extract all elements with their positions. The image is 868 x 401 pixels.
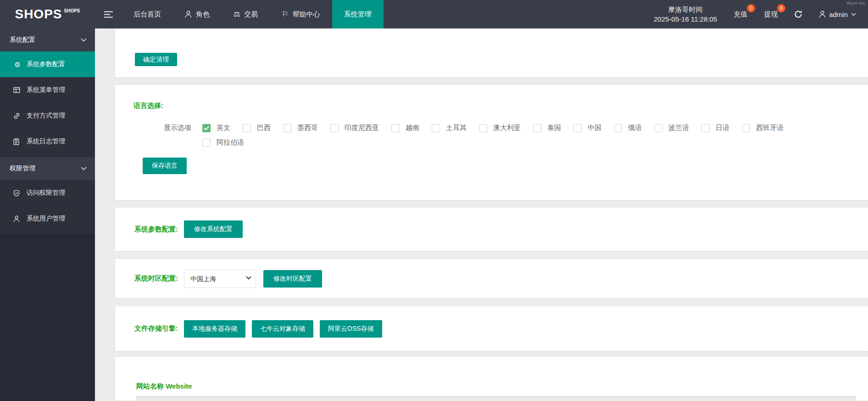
sidebar-item-access-permissions[interactable]: 访问权限管理 — [0, 180, 95, 206]
sidebar-group-system-config[interactable]: 系统配置 — [0, 28, 95, 51]
checkbox[interactable] — [202, 124, 211, 132]
recharge-menu-item[interactable]: 充值 0 — [734, 10, 747, 19]
sidebar-item-system-menus[interactable]: 系统菜单管理 — [0, 77, 95, 103]
confirm-clean-button[interactable]: 确定清理 — [135, 53, 177, 66]
language-option-vietnam[interactable]: 越南 — [391, 124, 419, 132]
language-option-label: 印度尼西亚 — [345, 124, 379, 132]
storage-engine-label: 文件存储引擎: — [134, 324, 178, 333]
storage-engine-local-button[interactable]: 本地服务器存储 — [184, 320, 245, 338]
chevron-down-icon — [81, 167, 87, 170]
nav-item-dashboard[interactable]: 后台首页 — [122, 0, 173, 28]
nav-item-label: 交易 — [244, 10, 258, 19]
sidebar-item-label: 系统日志管理 — [27, 137, 65, 146]
language-option-indonesia[interactable]: 印度尼西亚 — [330, 124, 379, 132]
language-option-label: 阿拉伯语 — [217, 138, 244, 147]
website-name-label: 网站名称 Website — [136, 382, 856, 391]
checkbox[interactable] — [391, 124, 400, 132]
top-navbar: SHOPS SHOPS 后台首页 角色 ⚖ 交易 ⚐ 帮助中心 — [0, 0, 868, 28]
withdraw-menu-item[interactable]: 提现 0 — [764, 10, 778, 19]
sidebar-group-permissions[interactable]: 权限管理 — [0, 157, 95, 180]
user-menu[interactable]: admin — [819, 11, 856, 18]
timezone-select[interactable]: 中国上海 — [184, 270, 256, 288]
gear-icon: ⚙ — [13, 61, 22, 68]
clipboard-icon — [13, 138, 22, 145]
chevron-down-icon — [81, 38, 87, 42]
link-icon — [13, 113, 22, 119]
checkbox[interactable] — [479, 124, 487, 132]
storage-engine-qiniu-button[interactable]: 七牛云对象存储 — [252, 320, 313, 338]
flag-icon: ⚐ — [282, 11, 288, 18]
language-options-row-2: 阿拉伯语 — [202, 138, 868, 147]
logo-text: SHOPS — [15, 7, 62, 22]
modify-timezone-button[interactable]: 修改时区配置 — [263, 270, 322, 288]
nav-item-roles[interactable]: 角色 — [173, 0, 222, 28]
language-option-label: 澳大利亚 — [493, 124, 521, 132]
timezone-card: 系统时区配置: 中国上海 修改时区配置 — [115, 259, 868, 298]
language-option-australia[interactable]: 澳大利亚 — [479, 124, 521, 132]
language-option-spanish[interactable]: 西班牙语 — [742, 124, 784, 132]
refresh-button[interactable] — [794, 10, 802, 18]
checkbox[interactable] — [243, 124, 251, 132]
shield-check-icon — [13, 190, 22, 197]
language-option-brazil[interactable]: 巴西 — [243, 124, 271, 132]
system-param-label: 系统参数配置: — [134, 225, 178, 234]
checkbox[interactable] — [701, 124, 710, 132]
language-option-label: 俄语 — [628, 124, 642, 132]
nav-item-label: 后台首页 — [134, 10, 161, 19]
checkbox[interactable] — [432, 124, 440, 132]
sidebar-item-system-users[interactable]: 系统用户管理 — [0, 206, 95, 232]
storage-engine-aliyun-oss-button[interactable]: 阿里云OSS存储 — [320, 320, 382, 338]
language-option-label: 中国 — [588, 124, 601, 132]
system-param-card: 系统参数配置: 修改系统配置 — [115, 208, 868, 251]
checkbox[interactable] — [742, 124, 750, 132]
language-option-english[interactable]: 英文 — [202, 124, 230, 132]
checkbox[interactable] — [654, 124, 662, 132]
language-option-thailand[interactable]: 泰国 — [533, 124, 561, 132]
language-option-label: 巴西 — [257, 124, 271, 132]
nav-item-system-management[interactable]: 系统管理 — [332, 0, 384, 28]
cache-clean-card: 确定清理 — [115, 28, 868, 77]
timezone-datetime: 2025-05-16 11:28:05 — [654, 14, 717, 24]
checkbox[interactable] — [533, 124, 541, 132]
checkbox[interactable] — [573, 124, 582, 132]
timezone-clock: 摩洛哥时间 2025-05-16 11:28:05 — [654, 5, 717, 24]
sidebar-item-label: 系统参数配置 — [27, 60, 65, 68]
hamburger-icon — [104, 11, 113, 18]
sidebar-collapse-button[interactable] — [95, 0, 122, 28]
nav-item-help-center[interactable]: ⚐ 帮助中心 — [270, 0, 332, 28]
checkbox[interactable] — [283, 124, 291, 132]
sidebar-item-label: 访问权限管理 — [27, 189, 65, 197]
sidebar-item-system-params[interactable]: ⚙ 系统参数配置 — [0, 51, 95, 77]
language-option-label: 英文 — [217, 124, 230, 132]
nav-item-trade[interactable]: ⚖ 交易 — [222, 0, 270, 28]
language-option-turkey[interactable]: 土耳其 — [432, 124, 467, 132]
nav-item-label: 角色 — [196, 10, 210, 19]
sidebar-group-system-config-items: ⚙ 系统参数配置 系统菜单管理 支付方式管理 — [0, 51, 95, 157]
language-option-polish[interactable]: 波兰语 — [654, 124, 689, 132]
website-name-input[interactable] — [136, 396, 856, 401]
language-option-label: 西班牙语 — [756, 124, 784, 132]
display-options-label: 显示选项 — [164, 124, 191, 132]
language-option-label: 波兰语 — [668, 124, 689, 132]
language-option-arabic[interactable]: 阿拉伯语 — [202, 138, 244, 147]
language-option-label: 墨西哥 — [297, 124, 318, 132]
language-option-mexico[interactable]: 墨西哥 — [283, 124, 318, 132]
checkbox[interactable] — [330, 124, 339, 132]
sidebar-item-payment-methods[interactable]: 支付方式管理 — [0, 103, 95, 129]
language-option-label: 越南 — [406, 124, 419, 132]
language-option-china[interactable]: 中国 — [573, 124, 601, 132]
person-icon — [185, 11, 192, 18]
nav-item-label: 帮助中心 — [293, 10, 320, 19]
watermark-text: 8kym.me — [847, 1, 865, 6]
save-language-button[interactable]: 保存语言 — [143, 158, 187, 174]
sidebar-item-label: 系统用户管理 — [27, 215, 65, 223]
language-option-japanese[interactable]: 日语 — [701, 124, 729, 132]
modify-system-config-button[interactable]: 修改系统配置 — [184, 220, 243, 238]
main-content: 确定清理 语言选择: 显示选项 英文 巴西 墨西哥 印度尼西亚 — [95, 28, 868, 401]
recharge-badge: 0 — [747, 4, 755, 12]
language-option-russian[interactable]: 俄语 — [614, 124, 642, 132]
sidebar-item-system-logs[interactable]: 系统日志管理 — [0, 129, 95, 154]
checkbox[interactable] — [614, 124, 622, 132]
language-select-card: 语言选择: 显示选项 英文 巴西 墨西哥 印度尼西亚 越南 — [115, 85, 868, 200]
checkbox[interactable] — [202, 139, 211, 147]
